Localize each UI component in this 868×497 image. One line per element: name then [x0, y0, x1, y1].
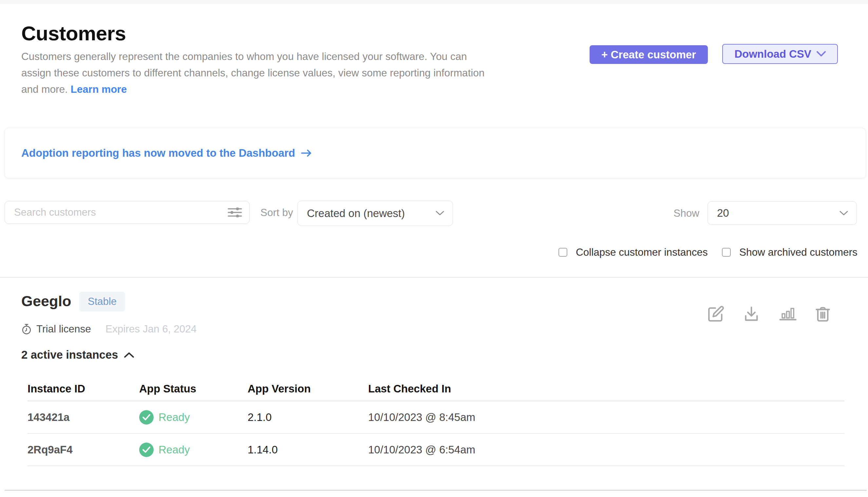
filter-sliders-icon[interactable]: [227, 208, 249, 217]
customer-reporting-icon[interactable]: [779, 305, 797, 323]
app-status: Ready: [139, 443, 248, 457]
col-header-last-checked-in: Last Checked In: [368, 383, 844, 395]
show-archived-checkbox[interactable]: [722, 248, 731, 257]
arrow-right-icon: [301, 148, 312, 158]
app-version: 2.1.0: [248, 411, 368, 424]
timer-icon: [21, 324, 32, 335]
show-per-page-dropdown[interactable]: 20: [707, 201, 857, 225]
table-row: 2Rq9aF4 Ready 1.14.0 10/10/2023 @ 6:54am: [28, 434, 844, 466]
edit-customer-icon[interactable]: [707, 305, 725, 323]
page-description: Customers generally represent the compan…: [21, 48, 484, 97]
download-csv-label: Download CSV: [734, 48, 811, 60]
license-expiry: Expires Jan 6, 2024: [105, 323, 196, 335]
chevron-down-icon: [436, 211, 444, 216]
status-label: Ready: [159, 443, 190, 456]
table-header-row: Instance ID App Status App Version Last …: [28, 377, 844, 401]
description-line: Customers generally represent the compan…: [21, 48, 484, 65]
collapse-instances-label: Collapse customer instances: [576, 246, 708, 258]
channel-badge: Stable: [79, 292, 125, 311]
show-archived-label: Show archived customers: [739, 246, 857, 258]
top-edge-band: [0, 0, 868, 4]
last-checked-in: 10/10/2023 @ 8:45am: [368, 411, 844, 424]
banner-message: Adoption reporting has now moved to the …: [21, 147, 295, 159]
description-line: and more. Learn more: [21, 81, 484, 97]
last-checked-in: 10/10/2023 @ 6:54am: [368, 443, 844, 456]
show-dropdown-value: 20: [717, 207, 729, 219]
table-row: 143421a Ready 2.1.0 10/10/2023 @ 8:45am: [28, 401, 844, 434]
instance-id: 2Rq9aF4: [28, 443, 139, 456]
customer-actions: [707, 305, 832, 323]
adoption-banner-link[interactable]: Adoption reporting has now moved to the …: [21, 147, 312, 159]
show-archived-option: Show archived customers: [722, 246, 857, 258]
section-divider: [0, 277, 868, 278]
chevron-up-icon: [124, 352, 134, 358]
chevron-down-icon: [816, 51, 826, 57]
show-label: Show: [665, 202, 699, 225]
learn-more-link[interactable]: Learn more: [71, 83, 127, 95]
download-customer-icon[interactable]: [742, 305, 760, 323]
search-input[interactable]: [5, 201, 227, 224]
instances-summary: 2 active instances: [21, 349, 118, 361]
col-header-app-version: App Version: [248, 383, 368, 395]
page-title: Customers: [21, 22, 126, 45]
description-line: assign these customers to different chan…: [21, 65, 484, 81]
download-csv-button[interactable]: Download CSV: [722, 44, 838, 64]
instances-table: Instance ID App Status App Version Last …: [28, 377, 844, 466]
ready-check-icon: [139, 410, 153, 425]
chevron-down-icon: [839, 211, 848, 216]
create-customer-button[interactable]: + Create customer: [590, 45, 708, 64]
customers-page: Customers Customers generally represent …: [0, 0, 868, 497]
sort-dropdown[interactable]: Created on (newest): [297, 201, 453, 226]
app-status: Ready: [139, 410, 248, 425]
instance-id: 143421a: [28, 411, 139, 424]
collapse-instances-checkbox[interactable]: [558, 248, 567, 257]
page-bottom-divider: [4, 490, 867, 491]
instances-toggle[interactable]: 2 active instances: [21, 349, 134, 361]
license-info: Trial license Expires Jan 6, 2024: [21, 323, 196, 335]
search-box: [4, 201, 250, 224]
col-header-instance-id: Instance ID: [28, 383, 139, 395]
delete-customer-icon[interactable]: [814, 305, 832, 323]
sort-by-label: Sort by: [261, 201, 293, 224]
col-header-app-status: App Status: [139, 383, 248, 395]
collapse-instances-option: Collapse customer instances: [558, 246, 708, 258]
license-type: Trial license: [36, 323, 91, 335]
ready-check-icon: [139, 443, 153, 457]
status-label: Ready: [159, 411, 190, 424]
customer-name: Geeglo: [21, 293, 71, 310]
app-version: 1.14.0: [248, 443, 368, 456]
sort-dropdown-value: Created on (newest): [307, 207, 405, 219]
adoption-banner: Adoption reporting has now moved to the …: [4, 128, 866, 178]
